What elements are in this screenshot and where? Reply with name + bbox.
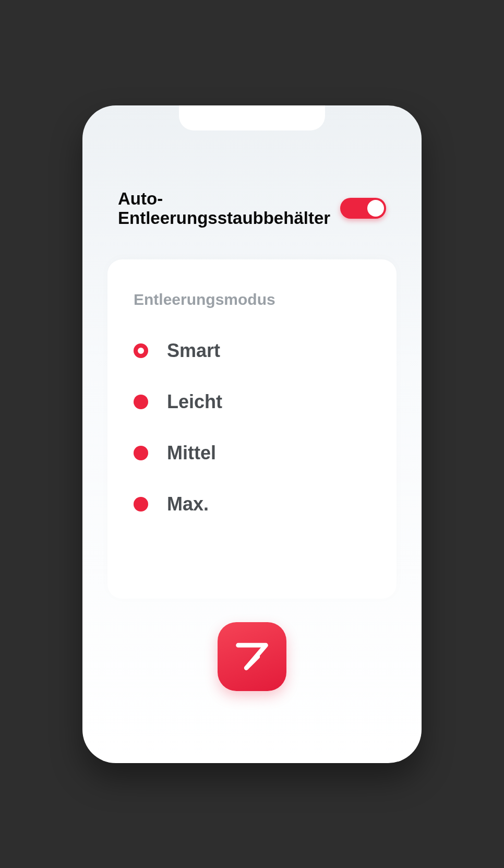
option-label: Leicht bbox=[167, 391, 222, 413]
radio-icon bbox=[134, 497, 148, 512]
option-label: Smart bbox=[167, 340, 220, 362]
radio-icon bbox=[134, 395, 148, 409]
mode-option-mittel[interactable]: Mittel bbox=[134, 442, 370, 464]
option-label: Max. bbox=[167, 493, 209, 515]
mode-option-smart[interactable]: Smart bbox=[134, 340, 370, 362]
header-row: Auto-Entleerungsstaubbehälter bbox=[107, 189, 397, 260]
phone-frame: Auto-Entleerungsstaubbehälter Entleerung… bbox=[82, 105, 422, 763]
mode-option-leicht[interactable]: Leicht bbox=[134, 391, 370, 413]
emptying-mode-card: Entleerungsmodus Smart Leicht Mittel Max… bbox=[107, 259, 397, 599]
card-heading: Entleerungsmodus bbox=[134, 291, 370, 308]
mode-option-max[interactable]: Max. bbox=[134, 493, 370, 515]
phone-notch bbox=[179, 105, 325, 130]
screen-content: Auto-Entleerungsstaubbehälter Entleerung… bbox=[82, 105, 422, 599]
toggle-knob bbox=[367, 200, 384, 217]
option-label: Mittel bbox=[167, 442, 216, 464]
header-title: Auto-Entleerungsstaubbehälter bbox=[118, 189, 327, 229]
app-logo-icon bbox=[218, 622, 286, 691]
auto-empty-toggle[interactable] bbox=[340, 198, 386, 219]
radio-icon bbox=[134, 446, 148, 460]
radio-icon bbox=[134, 343, 148, 358]
